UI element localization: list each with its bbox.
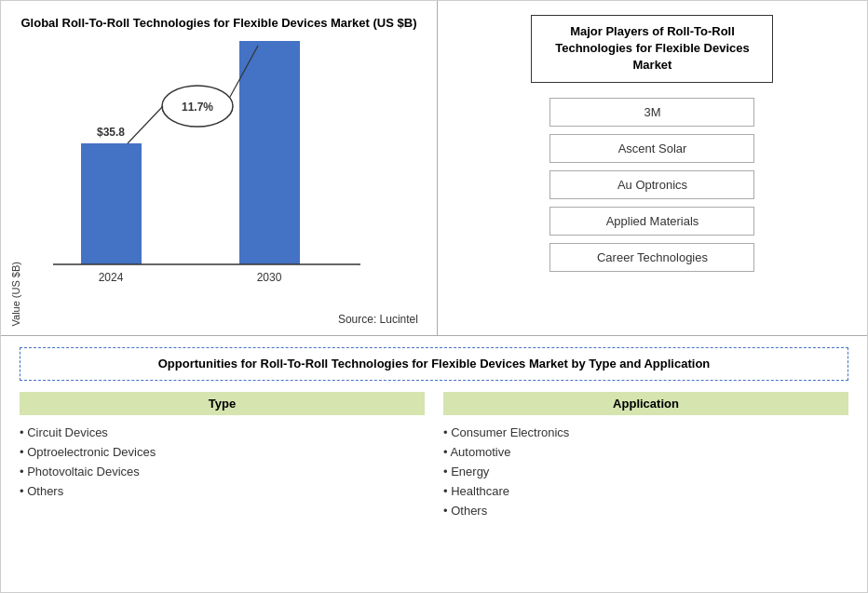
type-item-2: Photovoltaic Devices <box>20 462 425 481</box>
players-title: Major Players of Roll-To-Roll Technologi… <box>531 15 773 83</box>
bars-container: $35.8 $69.6 2024 2030 11.7% <box>25 41 427 326</box>
player-item-3m: 3M <box>549 98 754 127</box>
player-item-ascent: Ascent Solar <box>549 134 754 163</box>
type-header: Type <box>20 392 425 415</box>
svg-rect-0 <box>81 143 142 264</box>
svg-text:2024: 2024 <box>99 271 124 283</box>
top-section: Global Roll-To-Roll Technologies for Fle… <box>1 1 867 336</box>
player-item-career: Career Technologies <box>549 243 754 272</box>
type-item-1: Optroelectronic Devices <box>20 442 425 462</box>
type-item-3: Others <box>20 481 425 501</box>
svg-text:2030: 2030 <box>257 271 282 283</box>
app-item-3: Healthcare <box>443 481 848 501</box>
source-text: Source: Lucintel <box>25 313 427 326</box>
type-list: Circuit Devices Optroelectronic Devices … <box>20 423 425 501</box>
player-item-au: Au Optronics <box>549 170 754 199</box>
y-axis-label: Value (US $B) <box>10 262 21 327</box>
chart-area: Value (US $B) $35.8 <box>10 41 427 326</box>
application-header: Application <box>443 392 848 415</box>
chart-panel: Global Roll-To-Roll Technologies for Fle… <box>1 1 438 335</box>
application-column: Application Consumer Electronics Automot… <box>443 392 848 581</box>
type-column: Type Circuit Devices Optroelectronic Dev… <box>20 392 425 581</box>
svg-text:$35.8: $35.8 <box>97 126 125 139</box>
opportunities-title: Opportunities for Roll-To-Roll Technolog… <box>20 347 848 381</box>
svg-text:11.7%: 11.7% <box>182 101 213 114</box>
svg-line-9 <box>128 106 163 143</box>
app-item-1: Automotive <box>443 442 848 462</box>
bottom-section: Opportunities for Roll-To-Roll Technolog… <box>1 336 867 592</box>
application-list: Consumer Electronics Automotive Energy H… <box>443 423 848 520</box>
opportunities-content: Type Circuit Devices Optroelectronic Dev… <box>20 392 848 581</box>
player-item-applied: Applied Materials <box>549 207 754 236</box>
players-panel: Major Players of Roll-To-Roll Technologi… <box>438 1 867 335</box>
app-item-4: Others <box>443 501 848 520</box>
app-item-0: Consumer Electronics <box>443 423 848 442</box>
type-item-0: Circuit Devices <box>20 423 425 442</box>
app-item-2: Energy <box>443 462 848 481</box>
main-container: Global Roll-To-Roll Technologies for Fle… <box>0 0 868 593</box>
chart-svg: $35.8 $69.6 2024 2030 11.7% <box>34 41 379 283</box>
chart-title: Global Roll-To-Roll Technologies for Fle… <box>20 15 416 32</box>
svg-rect-1 <box>239 41 300 264</box>
